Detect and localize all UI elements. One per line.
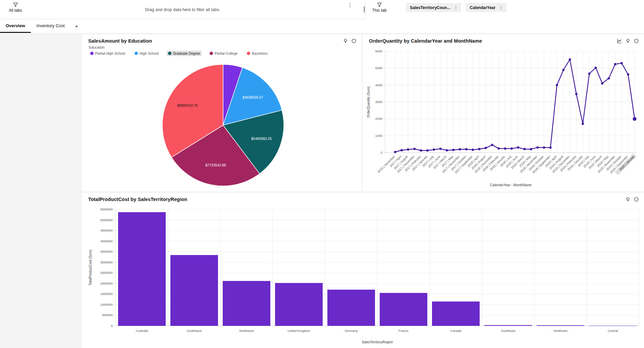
y-tick-label: 3500000: [100, 250, 113, 253]
data-point-2019-april[interactable]: [556, 84, 558, 86]
y-tick-label: 5000: [375, 66, 382, 70]
data-point-2018-october[interactable]: [543, 146, 545, 149]
data-point-2017-june[interactable]: [439, 148, 442, 150]
y-tick-label: 0: [381, 151, 382, 154]
filter-chip-calendaryear[interactable]: CalendarYear ⋮: [466, 3, 506, 12]
y-tick-label: 5500000: [100, 207, 113, 211]
bar-united-kingdom[interactable]: [275, 283, 323, 326]
data-point-2019-june[interactable]: [595, 66, 597, 69]
bar-northeast[interactable]: [537, 325, 584, 326]
svg-text:TotalProductCost (Sum): TotalProductCost (Sum): [89, 250, 92, 285]
y-tick-label: 3000: [375, 100, 382, 104]
filter-chip-label: SalesTerritoryCoun...: [410, 5, 450, 10]
data-point-2017-march[interactable]: [446, 149, 448, 152]
tab-bar: Overview Inventory Cost +: [0, 19, 644, 33]
data-point-2019-september[interactable]: [627, 73, 629, 76]
svg-text:OrderQuantity (Sum): OrderQuantity (Sum): [367, 87, 370, 118]
top-filter-bar: All tabs Drag and drop data here to filt…: [0, 0, 644, 19]
data-point-2017-january[interactable]: [426, 149, 429, 152]
bar-australia[interactable]: [118, 212, 166, 326]
filter-funnel-icon: [13, 2, 18, 7]
line-chart: 01000200030004000500060002016 | December…: [363, 35, 644, 191]
x-tick-label: Northwest: [239, 329, 254, 333]
x-tick-label: Canada: [450, 329, 462, 333]
bar-southwest[interactable]: [170, 255, 218, 326]
y-tick-label: 3000000: [100, 260, 113, 264]
kebab-menu-icon[interactable]: ⋮: [345, 1, 355, 9]
data-point-2018-july[interactable]: [511, 147, 513, 150]
filter-chip-salesterritory[interactable]: SalesTerritoryCoun... ⋮: [406, 3, 461, 12]
add-tab-button[interactable]: +: [70, 19, 83, 33]
this-tab-filter[interactable]: This tab: [369, 2, 390, 13]
data-point-2017-february[interactable]: [420, 149, 422, 152]
bar-canada[interactable]: [432, 301, 480, 326]
data-point-2018-february[interactable]: [497, 147, 500, 150]
data-point-2017-july[interactable]: [433, 148, 435, 151]
tab-overview[interactable]: Overview: [0, 19, 31, 33]
data-point-2018-december[interactable]: [491, 144, 493, 146]
filter-funnel-icon: [377, 2, 382, 7]
y-tick-label: 5000000: [100, 218, 113, 222]
data-point-2017-september[interactable]: [472, 149, 474, 151]
pie-data-label: $4638026.07: [243, 95, 263, 99]
x-tick-label: Southeast: [501, 329, 516, 333]
bar-chart-card: TotalProductCost by SalesTerritoryRegion…: [82, 193, 644, 348]
data-point-2017-august[interactable]: [407, 148, 409, 151]
line-chart-card: OrderQuantity by CalendarYear and MonthN…: [363, 35, 644, 191]
y-tick-label: 4000000: [100, 239, 113, 243]
bar-chart: 0500000100000015000002000000250000030000…: [82, 193, 644, 348]
data-point-2019-may[interactable]: [607, 77, 610, 80]
y-tick-label: 4500000: [100, 229, 113, 232]
bar-northwest[interactable]: [223, 281, 270, 326]
data-point-2017-december[interactable]: [413, 148, 416, 150]
data-point-2018-june[interactable]: [517, 146, 519, 149]
kebab-menu-icon[interactable]: ⋮: [498, 5, 504, 10]
bar-france[interactable]: [380, 293, 427, 326]
data-point-2019-december[interactable]: [569, 58, 571, 61]
data-point-2017-november[interactable]: [459, 148, 461, 151]
bar-germany[interactable]: [327, 290, 375, 326]
line-series: [395, 59, 635, 152]
x-tick-label: Central: [608, 329, 618, 333]
data-point-2020-january[interactable]: [633, 117, 637, 121]
x-tick-label: Northeast: [553, 329, 568, 333]
pie-chart-card: SalesAmount by Education Education Parti…: [82, 35, 362, 191]
data-point-2019-february[interactable]: [575, 93, 578, 95]
panel-resize-handle[interactable]: [364, 6, 365, 12]
data-point-2018-august[interactable]: [485, 147, 487, 149]
y-tick-label: 1000000: [100, 303, 113, 306]
y-tick-label: 4000: [375, 83, 382, 87]
tab-inventory-cost[interactable]: Inventory Cost: [31, 19, 70, 33]
y-axis-title: TotalProductCost (Sum): [89, 250, 92, 285]
x-axis-title: SalesTerritoryRegion: [362, 340, 393, 344]
data-point-2019-march[interactable]: [601, 82, 603, 85]
data-point-2017-april[interactable]: [400, 149, 403, 151]
all-tabs-filter-zone[interactable]: All tabs Drag and drop data here to filt…: [0, 0, 366, 19]
data-point-2018-january[interactable]: [504, 147, 506, 150]
y-tick-label: 2500000: [100, 271, 113, 275]
data-point-2019-november[interactable]: [614, 63, 616, 65]
data-point-2019-october[interactable]: [621, 62, 623, 64]
bar-southeast[interactable]: [484, 325, 532, 326]
x-tick-label: Australia: [136, 329, 149, 333]
data-point-2016-december[interactable]: [394, 151, 396, 153]
data-point-2019-august[interactable]: [562, 69, 565, 71]
data-point-2018-may[interactable]: [530, 148, 532, 150]
kebab-menu-icon[interactable]: ⋮: [453, 5, 459, 10]
data-point-2019-july[interactable]: [588, 72, 591, 75]
x-tick-label: France: [398, 329, 409, 333]
data-point-2018-april[interactable]: [478, 148, 480, 150]
data-point-2019-january[interactable]: [582, 123, 584, 125]
this-tab-label: This tab: [369, 8, 390, 13]
data-point-2018-november[interactable]: [536, 146, 539, 149]
pie-data-label: $5460560.25: [251, 137, 272, 141]
data-point-2018-september[interactable]: [549, 147, 552, 149]
pie-chart: $4638026.07$5460560.25$7723542.88$990014…: [82, 35, 362, 191]
x-tick-label: Germany: [344, 329, 358, 333]
bar-central[interactable]: [589, 326, 637, 326]
data-point-2017-october[interactable]: [465, 148, 468, 150]
y-tick-label: 2000: [375, 117, 382, 120]
data-point-2017-may[interactable]: [452, 149, 454, 151]
data-point-2018-march[interactable]: [524, 148, 526, 150]
x-tick-label: Southwest: [187, 329, 202, 333]
